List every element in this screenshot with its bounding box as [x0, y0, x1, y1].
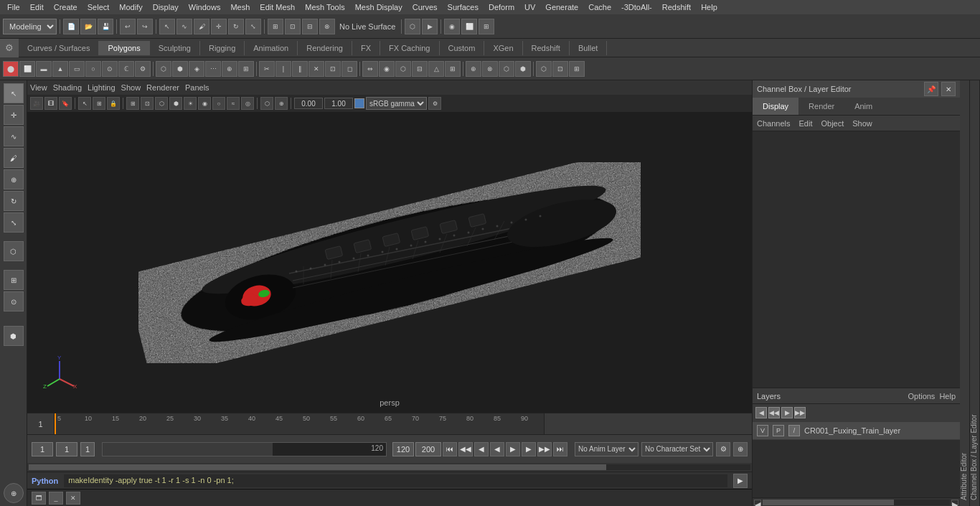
tab-fx-caching[interactable]: FX Caching — [380, 41, 439, 55]
next-key-button[interactable]: ▶▶ — [537, 442, 552, 456]
anim-settings-btn[interactable]: ⚙ — [716, 442, 730, 456]
separate-button[interactable]: ⊗ — [482, 61, 498, 77]
cut-tool-button[interactable]: ✂ — [259, 61, 275, 77]
move-tool-button[interactable]: ✛ — [211, 19, 227, 34]
current-frame-input[interactable]: 1 — [56, 442, 77, 456]
display-button[interactable]: ⬜ — [461, 19, 477, 34]
layers-scroll-track[interactable] — [763, 500, 950, 505]
tab-settings-button[interactable]: ⚙ — [0, 39, 19, 57]
vp-shadow-btn[interactable]: ◉ — [198, 97, 211, 110]
anim-layer-select[interactable]: No Anim Layer — [575, 442, 639, 456]
vp-smooth-btn[interactable]: ⊕ — [275, 97, 288, 110]
menu-mesh-tools[interactable]: Mesh Tools — [301, 1, 349, 13]
vp-snap-btn[interactable]: ⊞ — [93, 97, 105, 110]
panel-pin-btn[interactable]: 📌 — [924, 82, 938, 96]
anim-extra-btn[interactable]: ⊕ — [733, 442, 748, 456]
offset-edge-button[interactable]: ‖ — [292, 61, 308, 77]
vp-grid-btn[interactable]: ⊞ — [126, 97, 139, 110]
total-frames-input[interactable] — [415, 442, 441, 456]
start-frame-input[interactable]: 1 — [32, 442, 53, 456]
scroll-right-btn[interactable]: ▶ — [951, 500, 958, 505]
layers-scroll-thumb[interactable] — [763, 500, 894, 505]
next-frame-button[interactable]: ▶ — [522, 442, 536, 456]
gear-shape-button[interactable]: ⚙ — [135, 61, 151, 77]
layer-prev-btn[interactable]: ◀ — [755, 407, 767, 418]
tab-sculpting[interactable]: Sculpting — [150, 41, 200, 55]
vp-shading-btn[interactable]: ⬡ — [155, 97, 168, 110]
layer-item-0[interactable]: V P / CR001_Fuxing_Train_layer — [753, 422, 960, 439]
ch-menu-edit[interactable]: Edit — [798, 119, 812, 128]
vp-light-btn[interactable]: ☀ — [184, 97, 197, 110]
uv-unfold-button[interactable]: ⊞ — [445, 61, 461, 77]
exposure-input[interactable] — [294, 98, 323, 109]
merge-button[interactable]: ⊕ — [222, 61, 237, 77]
menu-mesh-display[interactable]: Mesh Display — [351, 1, 407, 13]
vp-film-btn[interactable]: 🎞 — [44, 97, 57, 110]
panel-close-btn[interactable]: ✕ — [941, 82, 956, 96]
fill-hole-button[interactable]: ◻ — [341, 61, 357, 77]
render-seq-button[interactable]: ▶ — [422, 19, 438, 34]
soft-select-btn[interactable]: ⊙ — [4, 291, 24, 311]
char-set-select[interactable]: No Character Set — [641, 442, 713, 456]
menu-modify[interactable]: Modify — [115, 1, 146, 13]
wireframe-button[interactable]: ⬢ — [515, 61, 531, 77]
play-forward-button[interactable]: ▶ — [506, 442, 520, 456]
scroll-track[interactable] — [29, 464, 750, 470]
vp-texture-btn[interactable]: ⬢ — [169, 97, 182, 110]
tab-fx[interactable]: FX — [352, 41, 380, 55]
tab-custom[interactable]: Custom — [440, 41, 485, 55]
vp-menu-shading[interactable]: Shading — [53, 83, 82, 92]
lasso-tool[interactable]: ∿ — [4, 126, 24, 146]
snap-grid-button[interactable]: ⊞ — [268, 19, 283, 34]
layer-next2-btn[interactable]: ▶▶ — [794, 407, 806, 418]
vp-camera-btn[interactable]: 🎥 — [30, 97, 43, 110]
viewport-content[interactable]: Y X Z persp — [27, 112, 752, 413]
show-manipulator-tool[interactable]: ⬡ — [4, 241, 24, 261]
retopo-button[interactable]: ⊟ — [412, 61, 428, 77]
menu-cache[interactable]: Cache — [584, 1, 616, 13]
helix-button[interactable]: ℂ — [118, 61, 134, 77]
layer-playback-btn[interactable]: P — [773, 425, 784, 436]
boolean-button[interactable]: ⊞ — [238, 61, 254, 77]
layers-scrollbar[interactable]: ◀ ▶ — [753, 497, 960, 506]
bevel-button[interactable]: ◈ — [189, 61, 204, 77]
paint-tool-button[interactable]: 🖌 — [194, 19, 209, 34]
snap-mode-btn[interactable]: ⊞ — [4, 270, 24, 290]
ch-menu-object[interactable]: Object — [821, 119, 844, 128]
rotate-tool-button[interactable]: ↻ — [228, 19, 244, 34]
quad-draw-button[interactable]: ⊡ — [325, 61, 341, 77]
vp-menu-view[interactable]: View — [30, 83, 47, 92]
tab-polygons[interactable]: Polygons — [99, 41, 149, 55]
tab-curves-surfaces[interactable]: Curves / Surfaces — [19, 41, 99, 55]
snap-live-button[interactable]: ⊗ — [319, 19, 335, 34]
vp-settings-btn[interactable]: ⚙ — [428, 97, 441, 110]
select-tool-button[interactable]: ↖ — [159, 19, 175, 34]
reduce-button[interactable]: ⬡ — [395, 61, 411, 77]
prev-frame-button[interactable]: ◀ — [474, 442, 489, 456]
menu-edit-mesh[interactable]: Edit Mesh — [255, 1, 299, 13]
tab-anim[interactable]: Anim — [844, 98, 882, 115]
tab-render[interactable]: Render — [798, 98, 844, 115]
workspace-selector[interactable]: Modeling — [3, 19, 57, 34]
redo-button[interactable]: ↪ — [137, 19, 153, 34]
vp-motionblur-btn[interactable]: ≈ — [227, 97, 240, 110]
viewport[interactable]: View Shading Lighting Show Renderer Pane… — [27, 80, 752, 413]
tool-extra2[interactable]: ⊡ — [552, 61, 568, 77]
range-slider[interactable]: 120 — [102, 442, 387, 456]
menu-display[interactable]: Display — [149, 1, 183, 13]
tab-bullet[interactable]: Bullet — [570, 41, 608, 55]
menu-3dtoall[interactable]: -3DtoAll- — [617, 1, 656, 13]
scroll-thumb[interactable] — [29, 464, 606, 470]
scroll-left-btn[interactable]: ◀ — [754, 500, 761, 505]
end-frame-input[interactable] — [392, 442, 414, 456]
tool-extra1[interactable]: ⬡ — [536, 61, 552, 77]
ch-menu-channels[interactable]: Channels — [757, 119, 790, 128]
scale-tool[interactable]: ⤡ — [4, 212, 24, 233]
multicut-button[interactable]: ✕ — [308, 61, 324, 77]
prev-key-button[interactable]: ◀◀ — [458, 442, 473, 456]
menu-create[interactable]: Create — [50, 1, 82, 13]
menu-help[interactable]: Help — [697, 1, 722, 13]
vp-menu-renderer[interactable]: Renderer — [146, 83, 179, 92]
frame-step-input[interactable] — [80, 442, 95, 456]
vp-lock-btn[interactable]: 🔒 — [107, 97, 120, 110]
